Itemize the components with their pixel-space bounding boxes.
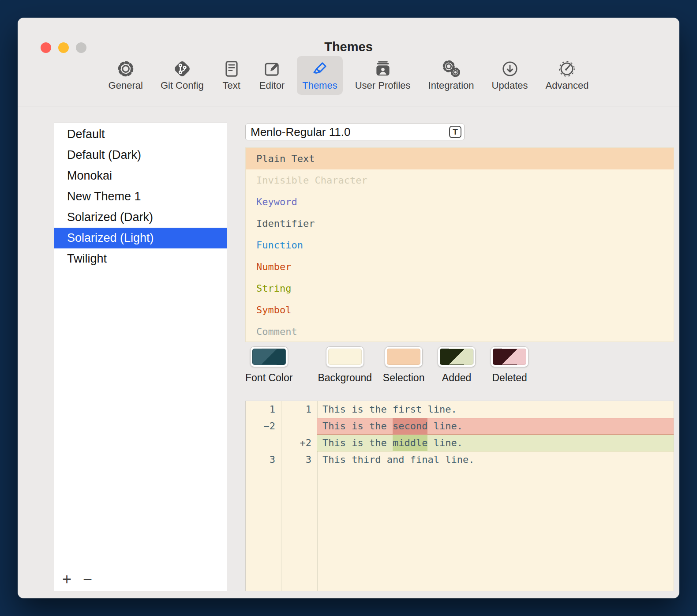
toolbar-item-editor[interactable]: Editor: [254, 56, 290, 95]
token-plain-text: Plain Text: [246, 148, 674, 169]
diff-line-text: This third and final line.: [317, 451, 674, 468]
toolbar-item-label: General: [109, 80, 143, 91]
token-function: Function: [246, 234, 674, 256]
close-button[interactable]: [41, 42, 51, 53]
toolbar-item-label: Advanced: [546, 80, 589, 91]
theme-sidebar: Default Default (Dark) Monokai New Theme…: [54, 123, 227, 591]
font-picker-button[interactable]: T: [449, 126, 461, 138]
remove-theme-button[interactable]: −: [83, 571, 92, 587]
diff-line-number-left: 1: [246, 401, 281, 418]
gears-icon: [441, 59, 461, 79]
toolbar-item-user-profiles[interactable]: User Profiles: [350, 56, 416, 95]
list-controls: + −: [62, 571, 92, 587]
toolbar-item-text[interactable]: Text: [216, 56, 247, 95]
theme-item-solarized-dark[interactable]: Solarized (Dark): [54, 207, 227, 228]
swatch-label: Background: [318, 372, 372, 384]
text-document-icon: [221, 59, 242, 79]
toolbar-item-advanced[interactable]: Advanced: [540, 56, 594, 95]
toolbar-item-label: Git Config: [161, 80, 204, 91]
diff-word-highlight: middle: [393, 435, 427, 451]
toolbar-item-label: Updates: [492, 80, 528, 91]
swatch-selection: Selection: [382, 346, 425, 384]
theme-item-solarized-light[interactable]: Solarized (Light): [54, 228, 227, 248]
swatch-deleted: Deleted: [488, 346, 531, 384]
diff-row: 3 3 This third and final line.: [246, 451, 674, 468]
theme-item-default-dark[interactable]: Default (Dark): [54, 145, 227, 165]
token-keyword: Keyword: [246, 191, 674, 213]
toolbar-item-label: Themes: [302, 80, 337, 91]
theme-item-twilight[interactable]: Twilight: [54, 248, 227, 269]
token-symbol: Symbol: [246, 299, 674, 321]
toolbar-item-git-config[interactable]: Git Config: [155, 56, 209, 95]
git-branch-icon: [172, 59, 192, 79]
selection-color-well[interactable]: [385, 346, 423, 367]
diff-rows: 1 1 This is the first line. −2 This is t…: [246, 401, 674, 468]
swatch-divider: [305, 347, 305, 371]
diff-preview: 1 1 This is the first line. −2 This is t…: [245, 401, 674, 591]
swatch-label: Font Color: [245, 372, 292, 384]
swatch-label: Added: [442, 372, 472, 384]
background-color-well[interactable]: [326, 346, 364, 367]
window-title: Themes: [18, 18, 679, 54]
toolbar-item-themes[interactable]: Themes: [297, 56, 342, 95]
paintbrush-icon: [310, 59, 330, 79]
swatch-added: Added: [435, 346, 478, 384]
theme-item-monokai[interactable]: Monokai: [54, 165, 227, 186]
titlebar: Themes General Git Config Text Editor Th…: [18, 18, 679, 106]
font-color-color-well[interactable]: [250, 346, 288, 367]
diff-line-text: This is the middle line.: [317, 435, 674, 451]
diff-line-number-right: +2: [281, 435, 317, 451]
diff-line-text: This is the second line.: [317, 418, 674, 435]
toolbar: General Git Config Text Editor Themes Us…: [18, 56, 679, 95]
diff-word-highlight: second: [393, 418, 427, 435]
diff-line-text: This is the first line.: [317, 401, 674, 418]
diff-line-number-left: 3: [246, 451, 281, 468]
minimize-button[interactable]: [58, 42, 69, 53]
gear-icon: [116, 59, 136, 79]
diff-line-number-right: 3: [281, 451, 317, 468]
toolbar-item-label: User Profiles: [355, 80, 411, 91]
zoom-button: [76, 42, 86, 53]
toolbar-item-updates[interactable]: Updates: [487, 56, 533, 95]
token-identifier: Identifier: [246, 213, 674, 234]
toolbar-item-label: Integration: [428, 80, 474, 91]
traffic-lights: [41, 42, 86, 53]
swatch-font-color: Font Color: [245, 346, 292, 384]
toolbar-item-general[interactable]: General: [103, 56, 148, 95]
token-string: String: [246, 278, 674, 299]
diff-line-number-right: [281, 418, 317, 435]
font-field[interactable]: Menlo-Regular 11.0 T: [245, 124, 465, 140]
diff-line-number-right: 1: [281, 401, 317, 418]
font-field-value: Menlo-Regular 11.0: [251, 125, 350, 139]
toolbar-item-label: Text: [223, 80, 240, 91]
theme-list: Default Default (Dark) Monokai New Theme…: [54, 123, 227, 269]
color-swatches: Font Color Background Selection Added De…: [245, 346, 531, 384]
token-invisible-character: Invisible Character: [246, 169, 674, 191]
diff-line-number-left: −2: [246, 418, 281, 435]
theme-item-new-theme-1[interactable]: New Theme 1: [54, 186, 227, 207]
toolbar-item-label: Editor: [259, 80, 285, 91]
theme-item-default[interactable]: Default: [54, 124, 227, 145]
swatch-label: Selection: [383, 372, 425, 384]
preferences-window: Themes General Git Config Text Editor Th…: [18, 18, 679, 598]
diff-row: +2 This is the middle line.: [246, 435, 674, 451]
add-theme-button[interactable]: +: [62, 571, 71, 587]
advanced-gauge-icon: [557, 59, 577, 79]
editor-pencil-icon: [262, 59, 282, 79]
token-preview: Plain Text Invisible Character Keyword I…: [245, 147, 674, 342]
diff-row: 1 1 This is the first line.: [246, 401, 674, 418]
swatch-background: Background: [318, 346, 372, 384]
toolbar-item-integration[interactable]: Integration: [423, 56, 480, 95]
swatch-label: Deleted: [492, 372, 527, 384]
token-number: Number: [246, 256, 674, 278]
user-profile-icon: [373, 59, 393, 79]
download-circle-icon: [500, 59, 520, 79]
added-color-well[interactable]: [438, 346, 476, 367]
deleted-color-well[interactable]: [491, 346, 528, 367]
token-comment: Comment: [246, 321, 674, 342]
diff-row: −2 This is the second line.: [246, 418, 674, 435]
diff-line-number-left: [246, 435, 281, 451]
